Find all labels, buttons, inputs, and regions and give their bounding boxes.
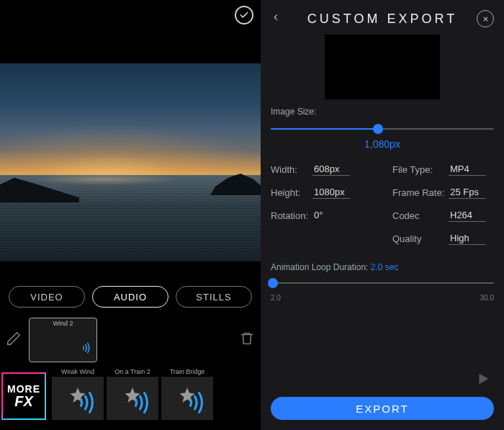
filetype-field[interactable]: File Type: MP4: [392, 163, 494, 176]
fx-label: Train Bridge: [170, 368, 205, 375]
width-field[interactable]: Width: 608px: [271, 163, 372, 176]
trash-icon[interactable]: [239, 331, 255, 349]
sound-icon: [81, 341, 94, 357]
video-preview[interactable]: [0, 63, 261, 261]
panel-title: CUSTOM EXPORT: [288, 12, 477, 27]
anim-range: 2.030.0: [271, 294, 494, 302]
confirm-icon[interactable]: [235, 6, 253, 24]
more-fx-button[interactable]: MORE FX: [1, 372, 46, 420]
tab-stills[interactable]: STILLS: [176, 286, 252, 308]
framerate-field[interactable]: Frame Rate: 25 Fps: [392, 186, 494, 199]
sound-icon: [185, 390, 211, 418]
close-icon[interactable]: [477, 10, 494, 27]
fx-item[interactable]: Weak Wind: [52, 368, 104, 420]
image-size-label: Image Size:: [271, 107, 494, 117]
fx-label: Weak Wind: [61, 368, 94, 375]
clip-label: Wind 2: [30, 320, 96, 327]
play-icon[interactable]: [475, 371, 491, 390]
fx-item[interactable]: On a Train 2: [107, 368, 158, 420]
anim-duration-label: Animation Loop Duration: 2.0 sec: [271, 262, 494, 272]
sound-icon: [130, 390, 156, 418]
image-size-slider[interactable]: [271, 122, 494, 135]
rotation-field[interactable]: Rotation: 0°: [271, 209, 372, 222]
quality-field[interactable]: Quality High: [392, 232, 494, 245]
edit-icon[interactable]: [6, 331, 22, 349]
anim-duration-slider[interactable]: [271, 277, 494, 290]
fx-item[interactable]: Train Bridge: [161, 368, 213, 420]
fx-label: On a Train 2: [114, 368, 150, 375]
export-button[interactable]: EXPORT: [271, 397, 494, 420]
codec-field[interactable]: Codec H264: [392, 209, 494, 222]
selected-clip[interactable]: Wind 2: [29, 318, 97, 362]
image-size-value: 1,080px: [271, 138, 494, 150]
svg-marker-2: [480, 374, 489, 385]
tab-audio[interactable]: AUDIO: [92, 286, 168, 308]
export-preview: [325, 35, 440, 99]
back-icon[interactable]: [271, 11, 288, 27]
height-field[interactable]: Height: 1080px: [271, 186, 372, 199]
sound-icon: [76, 390, 102, 418]
tab-video[interactable]: VIDEO: [9, 286, 85, 308]
